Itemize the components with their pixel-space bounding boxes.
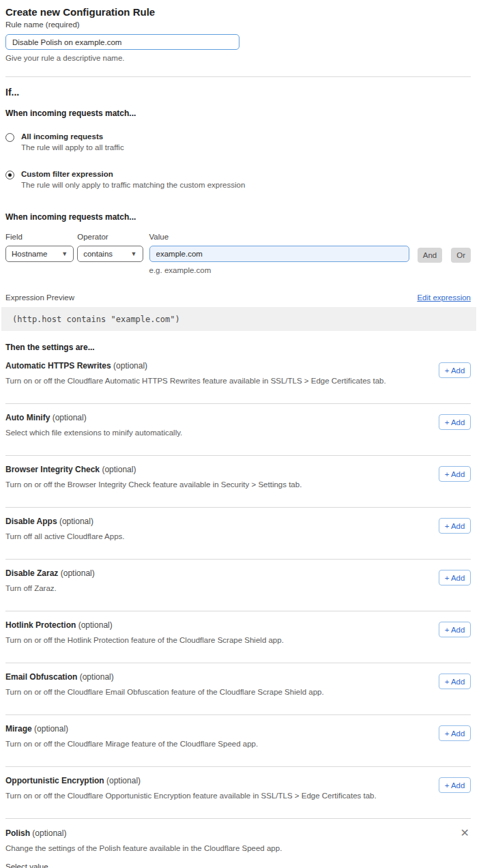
setting-name: Disable Apps (5, 517, 57, 526)
incoming-requests-radio-group: All incoming requests The rule will appl… (5, 132, 471, 189)
field-select[interactable]: Hostname ▼ (5, 246, 74, 262)
setting-optional-tag: (optional) (113, 361, 147, 371)
add-button[interactable]: + Add (439, 725, 471, 741)
setting-row-polish: Polish (optional) ✕ Change the settings … (5, 819, 471, 868)
page-title: Create new Configuration Rule (5, 6, 471, 18)
expression-preview-label: Expression Preview (5, 293, 74, 302)
section-divider (5, 76, 471, 77)
setting-row: Email Obfuscation (optional) Turn on or … (5, 663, 471, 715)
setting-optional-tag: (optional) (53, 413, 87, 422)
setting-title: Automatic HTTPS Rewrites (optional) (5, 361, 386, 371)
setting-title: Hotlink Protection (optional) (5, 620, 284, 630)
rule-name-hint: Give your rule a descriptive name. (5, 54, 471, 62)
select-value-label: Select value (5, 863, 471, 868)
value-input[interactable] (149, 246, 409, 262)
radio-button-icon[interactable] (5, 133, 14, 142)
rule-name-label: Rule name (required) (5, 20, 80, 29)
value-hint: e.g. example.com (149, 266, 409, 274)
create-configuration-rule-page: Create new Configuration Rule Rule name … (0, 0, 481, 868)
add-button[interactable]: + Add (439, 362, 471, 378)
radio-custom-filter-expression[interactable]: Custom filter expression The rule will o… (5, 170, 471, 189)
setting-name: Browser Integrity Check (5, 465, 100, 474)
setting-description: Turn on or off the Cloudflare Automatic … (5, 377, 386, 385)
setting-row: Mirage (optional) Turn on or off the Clo… (5, 715, 471, 767)
or-button[interactable]: Or (451, 248, 471, 263)
setting-name: Opportunistic Encryption (5, 776, 104, 785)
value-label: Value (149, 233, 409, 241)
add-button[interactable]: + Add (439, 414, 471, 430)
then-settings-heading: Then the settings are... (5, 343, 471, 352)
setting-description: Turn on or off the Cloudflare Email Obfu… (5, 688, 324, 696)
add-button[interactable]: + Add (439, 777, 471, 793)
setting-description: Turn off all active Cloudflare Apps. (5, 532, 125, 540)
setting-optional-tag: (optional) (80, 672, 114, 682)
setting-row: Disable Zaraz (optional) Turn off Zaraz.… (5, 560, 471, 611)
close-icon[interactable]: ✕ (459, 828, 471, 838)
setting-name: Email Obfuscation (5, 672, 77, 682)
radio-all-incoming-requests[interactable]: All incoming requests The rule will appl… (5, 132, 471, 151)
radio-description: The rule will only apply to traffic matc… (21, 181, 245, 189)
setting-optional-tag: (optional) (102, 465, 136, 474)
setting-description: Change the settings of the Polish featur… (5, 844, 471, 852)
setting-title: Email Obfuscation (optional) (5, 672, 324, 682)
operator-select[interactable]: contains ▼ (77, 246, 143, 262)
setting-title: Disable Zaraz (optional) (5, 568, 95, 578)
add-button[interactable]: + Add (439, 622, 471, 637)
setting-optional-tag: (optional) (59, 517, 93, 526)
match-heading: When incoming requests match... (5, 108, 471, 118)
setting-title: Opportunistic Encryption (optional) (5, 776, 377, 785)
setting-name: Automatic HTTPS Rewrites (5, 361, 111, 371)
if-heading: If... (5, 87, 471, 98)
setting-title: Polish (optional) (5, 828, 66, 838)
setting-description: Select which file extensions to minify a… (5, 429, 182, 437)
setting-title: Mirage (optional) (5, 724, 258, 734)
setting-row: Opportunistic Encryption (optional) Turn… (5, 767, 471, 819)
setting-name: Mirage (5, 724, 32, 734)
setting-row: Automatic HTTPS Rewrites (optional) Turn… (5, 352, 471, 404)
chevron-down-icon: ▼ (61, 250, 68, 257)
setting-description: Turn off Zaraz. (5, 584, 95, 592)
add-button[interactable]: + Add (439, 466, 471, 482)
expression-builder-row: Field Hostname ▼ Operator contains ▼ Val… (5, 233, 471, 274)
radio-label: All incoming requests (21, 132, 124, 141)
setting-title: Browser Integrity Check (optional) (5, 465, 302, 474)
radio-button-icon[interactable] (5, 171, 14, 179)
setting-description: Turn on or off the Hotlink Protection fe… (5, 636, 284, 644)
setting-name: Hotlink Protection (5, 620, 76, 630)
setting-row: Hotlink Protection (optional) Turn on or… (5, 611, 471, 663)
add-button[interactable]: + Add (439, 674, 471, 689)
setting-optional-tag: (optional) (34, 724, 68, 734)
setting-row: Auto Minify (optional) Select which file… (5, 404, 471, 456)
setting-optional-tag: (optional) (106, 776, 141, 785)
edit-expression-link[interactable]: Edit expression (417, 293, 471, 302)
and-button[interactable]: And (418, 248, 442, 263)
radio-description: The rule will apply to all traffic (21, 143, 124, 151)
add-button[interactable]: + Add (439, 518, 471, 534)
operator-select-value: contains (83, 250, 126, 258)
setting-optional-tag: (optional) (32, 828, 66, 838)
setting-row: Disable Apps (optional) Turn off all act… (5, 508, 471, 560)
setting-optional-tag: (optional) (61, 568, 95, 578)
field-select-value: Hostname (12, 250, 57, 258)
setting-row: Browser Integrity Check (optional) Turn … (5, 456, 471, 508)
radio-label: Custom filter expression (21, 170, 245, 178)
setting-optional-tag: (optional) (78, 620, 113, 630)
rule-name-input[interactable] (5, 34, 239, 50)
matcher-heading: When incoming requests match... (5, 212, 471, 222)
setting-name: Polish (5, 828, 30, 838)
chevron-down-icon: ▼ (131, 250, 137, 257)
setting-title: Disable Apps (optional) (5, 517, 125, 526)
setting-title: Auto Minify (optional) (5, 413, 182, 422)
setting-description: Turn on or off the Cloudflare Opportunis… (5, 792, 377, 800)
expression-preview-code: (http.host contains "example.com") (1, 307, 476, 331)
add-button[interactable]: + Add (439, 570, 471, 585)
setting-name: Auto Minify (5, 413, 50, 422)
setting-description: Turn on or off the Browser Integrity Che… (5, 480, 302, 489)
setting-name: Disable Zaraz (5, 568, 58, 578)
setting-description: Turn on or off the Cloudflare Mirage fea… (5, 740, 258, 748)
settings-list: Automatic HTTPS Rewrites (optional) Turn… (5, 352, 471, 819)
field-label: Field (5, 233, 74, 241)
operator-label: Operator (77, 233, 143, 241)
